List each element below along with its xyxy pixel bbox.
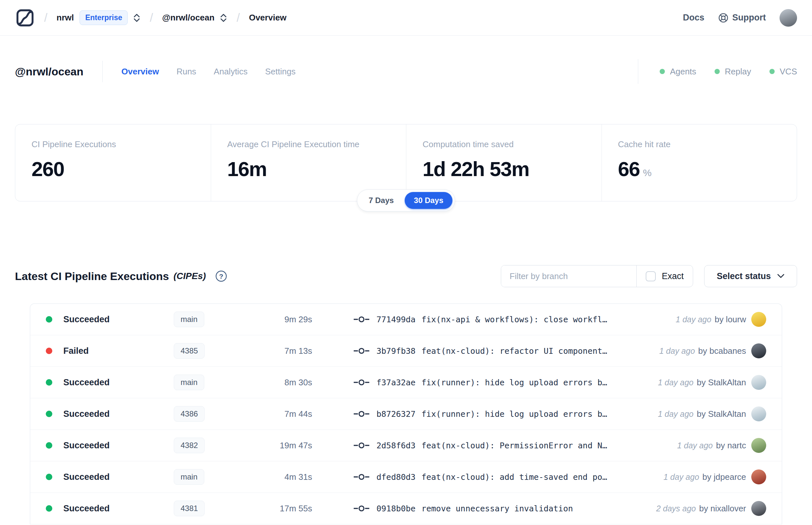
date-range-toggle: 7 Days 30 Days xyxy=(357,190,455,211)
exact-label: Exact xyxy=(662,271,684,281)
breadcrumb-separator: / xyxy=(236,11,240,25)
stat-value: 16m xyxy=(227,157,390,181)
table-row[interactable]: Succeeded 4382 19m 47s 2d58f6d3 feat(nx-… xyxy=(30,430,782,461)
breadcrumb-org[interactable]: nrwl xyxy=(57,13,74,23)
cipe-table: Succeeded main 9m 29s 771499da fix(nx-ap… xyxy=(30,303,782,524)
status-dot xyxy=(46,379,52,386)
support-link[interactable]: Support xyxy=(718,13,766,23)
table-row[interactable]: Succeeded main 4m 31s dfed80d3 feat(nx-c… xyxy=(30,461,782,493)
duration: 4m 31s xyxy=(228,472,312,482)
duration: 17m 55s xyxy=(228,504,312,514)
branch-badge[interactable]: 4381 xyxy=(174,501,205,516)
table-row[interactable]: Succeeded 4386 7m 44s b8726327 fix(runne… xyxy=(30,398,782,430)
branch-badge[interactable]: 4382 xyxy=(174,438,205,453)
feature-status-list: Agents Replay VCS xyxy=(638,59,797,84)
breadcrumb-page: Overview xyxy=(249,13,287,23)
status-dot xyxy=(769,69,775,74)
commit: f37a32ae fix(runner): hide log upload er… xyxy=(354,378,645,387)
select-status-dropdown[interactable]: Select status xyxy=(704,265,797,287)
duration: 7m 44s xyxy=(228,409,312,419)
git-commit-icon xyxy=(354,441,369,450)
tab-runs[interactable]: Runs xyxy=(177,66,196,77)
commit: 0918b0be remove unnecessary invalidation xyxy=(354,504,643,513)
exact-match-toggle[interactable]: Exact xyxy=(637,266,693,287)
range-30-days-button[interactable]: 30 Days xyxy=(405,192,453,209)
divider xyxy=(102,61,103,82)
author: by lourw xyxy=(715,314,746,325)
workspace-title: @nrwl/ocean xyxy=(15,65,83,78)
status-label: Succeeded xyxy=(63,440,161,451)
lifebuoy-icon xyxy=(718,13,729,23)
tab-settings[interactable]: Settings xyxy=(265,66,295,77)
commit: 3b79fb38 feat(nx-cloud): refactor UI com… xyxy=(354,346,646,356)
avatar xyxy=(751,469,766,484)
nx-cloud-logo[interactable] xyxy=(15,8,35,28)
tab-overview[interactable]: Overview xyxy=(121,66,159,77)
stat-card-ci-pipeline-executions: CI Pipeline Executions 260 xyxy=(15,124,211,201)
branch-badge[interactable]: 4386 xyxy=(174,406,205,422)
branch-filter-input[interactable] xyxy=(501,266,636,287)
avatar xyxy=(751,375,766,390)
status-dot xyxy=(715,69,720,74)
status-label: Succeeded xyxy=(63,314,161,325)
branch-badge[interactable]: 4385 xyxy=(174,343,205,359)
branch-badge[interactable]: main xyxy=(174,469,204,485)
feature-vcs[interactable]: VCS xyxy=(769,66,797,77)
avatar xyxy=(751,343,766,358)
duration: 19m 47s xyxy=(228,440,312,451)
time-ago: 1 day ago xyxy=(663,472,699,482)
exact-checkbox[interactable] xyxy=(646,271,656,281)
plan-badge: Enterprise xyxy=(80,10,128,25)
row-meta: 1 day ago by StalkAltan xyxy=(658,375,766,390)
branch-badge[interactable]: main xyxy=(174,375,204,390)
commit-message: feat(nx-cloud): refactor UI component… xyxy=(421,346,607,356)
user-avatar[interactable] xyxy=(780,9,797,27)
section-title-suffix: (CIPEs) xyxy=(173,271,206,281)
topbar: / nrwl Enterprise / @nrwl/ocean / Overvi… xyxy=(0,0,812,36)
workspace-tabs: Overview Runs Analytics Settings xyxy=(121,66,295,77)
avatar xyxy=(751,406,766,421)
topbar-right: Docs Support xyxy=(683,9,797,27)
row-meta: 1 day ago by lourw xyxy=(676,312,766,327)
commit: 2d58f6d3 feat(nx-cloud): PermissionError… xyxy=(354,441,664,450)
table-row[interactable]: Succeeded main 8m 30s f37a32ae fix(runne… xyxy=(30,367,782,398)
org-switcher-button[interactable] xyxy=(133,13,141,23)
stat-label: Average CI Pipeline Execution time xyxy=(227,139,390,149)
range-7-days-button[interactable]: 7 Days xyxy=(359,192,403,209)
status-dot xyxy=(46,348,52,354)
commit: b8726327 fix(runner): hide log upload er… xyxy=(354,409,645,419)
stat-value: 1d 22h 53m xyxy=(423,157,585,181)
breadcrumb-workspace[interactable]: @nrwl/ocean xyxy=(162,13,214,23)
status-label: Failed xyxy=(63,346,161,356)
status-label: Succeeded xyxy=(63,472,161,482)
status-label: Succeeded xyxy=(63,504,161,514)
duration: 8m 30s xyxy=(228,377,312,388)
author: by nartc xyxy=(716,440,746,451)
stat-label: CI Pipeline Executions xyxy=(31,139,195,149)
cipe-filters: Exact Select status xyxy=(501,265,797,287)
feature-agents[interactable]: Agents xyxy=(660,66,696,77)
tab-analytics[interactable]: Analytics xyxy=(214,66,247,77)
row-meta: 1 day ago by bcabanes xyxy=(659,343,766,358)
status-dot xyxy=(660,69,665,74)
branch-badge[interactable]: main xyxy=(174,312,204,327)
docs-link[interactable]: Docs xyxy=(683,13,704,23)
stat-value: 66% xyxy=(618,157,781,181)
row-meta: 1 day ago by nartc xyxy=(677,438,766,453)
status-label: Succeeded xyxy=(63,409,161,419)
stats-section: CI Pipeline Executions 260 Average CI Pi… xyxy=(15,124,797,201)
commit-hash: dfed80d3 xyxy=(377,472,415,482)
commit: dfed80d3 feat(nx-cloud): add time-saved … xyxy=(354,472,650,482)
feature-replay[interactable]: Replay xyxy=(715,66,751,77)
breadcrumb-separator: / xyxy=(150,11,153,25)
table-row[interactable]: Succeeded main 9m 29s 771499da fix(nx-ap… xyxy=(30,304,782,335)
status-dot xyxy=(46,505,52,512)
commit-message: fix(nx-api & workflows): close workfl… xyxy=(421,315,607,324)
branch-filter-group: Exact xyxy=(501,265,693,287)
table-row[interactable]: Failed 4385 7m 13s 3b79fb38 feat(nx-clou… xyxy=(30,335,782,367)
time-ago: 1 day ago xyxy=(658,378,693,387)
stat-card-cache-hit-rate: Cache hit rate 66% xyxy=(601,124,797,201)
workspace-switcher-button[interactable] xyxy=(219,13,227,23)
table-row[interactable]: Succeeded 4381 17m 55s 0918b0be remove u… xyxy=(30,493,782,524)
help-icon[interactable]: ? xyxy=(215,270,227,282)
